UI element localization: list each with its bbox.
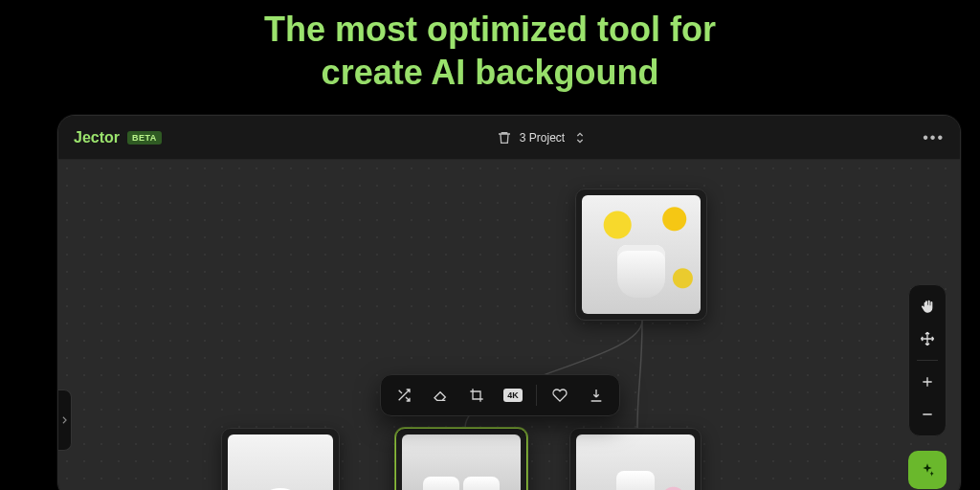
- minus-icon: [920, 407, 935, 422]
- toolbar-separator: [536, 385, 537, 406]
- brand: Jector BETA: [74, 129, 162, 146]
- favorite-button[interactable]: [543, 378, 577, 412]
- trash-icon: [497, 130, 512, 145]
- sparkle-icon: [920, 462, 935, 478]
- node-thumbnail: [228, 434, 333, 490]
- generate-button[interactable]: [908, 451, 947, 489]
- plus-icon: [920, 374, 935, 390]
- erase-button[interactable]: [423, 378, 457, 412]
- download-button[interactable]: [579, 378, 613, 412]
- quality-badge: 4K: [503, 389, 523, 402]
- eraser-icon: [433, 388, 448, 403]
- quality-button[interactable]: 4K: [496, 378, 530, 412]
- brand-name: Jector: [74, 129, 120, 146]
- hero-line-1: The most optimized tool for: [38, 8, 942, 51]
- zoom-out-button[interactable]: [912, 399, 943, 430]
- more-menu-button[interactable]: •••: [923, 129, 945, 146]
- app-topbar: Jector BETA 3 Project •••: [58, 116, 960, 160]
- toolbar-separator: [917, 360, 938, 361]
- project-label: 3 Project: [520, 131, 565, 145]
- app-window: Jector BETA 3 Project •••: [57, 115, 961, 490]
- node-thumbnail: [582, 195, 701, 314]
- node-thumbnail: [576, 434, 695, 490]
- canvas[interactable]: 4K: [58, 160, 960, 490]
- hero-title: The most optimized tool for create AI ba…: [0, 0, 980, 117]
- canvas-node[interactable]: [569, 428, 702, 490]
- more-icon: •••: [923, 129, 945, 146]
- canvas-node[interactable]: [221, 428, 340, 490]
- move-icon: [920, 331, 935, 346]
- download-icon: [589, 388, 604, 403]
- beta-badge: BETA: [127, 131, 162, 145]
- pointer-tool[interactable]: [912, 291, 943, 322]
- zoom-in-button[interactable]: [912, 367, 943, 397]
- canvas-node[interactable]: [575, 189, 707, 321]
- node-thumbnail: [402, 434, 521, 490]
- view-tools: [908, 284, 947, 436]
- project-switcher[interactable]: 3 Project: [489, 126, 595, 149]
- sidebar-expand-handle[interactable]: [58, 390, 72, 451]
- crop-button[interactable]: [459, 378, 494, 412]
- crop-icon: [469, 388, 484, 403]
- node-toolbar: 4K: [380, 374, 620, 416]
- shuffle-button[interactable]: [387, 378, 421, 412]
- hand-icon: [920, 299, 935, 314]
- hero-line-2: create AI backgound: [38, 51, 942, 94]
- chevron-sort-icon: [572, 130, 588, 145]
- shuffle-icon: [396, 388, 412, 403]
- heart-icon: [552, 388, 568, 403]
- canvas-node[interactable]: [395, 428, 527, 490]
- move-tool[interactable]: [912, 323, 943, 354]
